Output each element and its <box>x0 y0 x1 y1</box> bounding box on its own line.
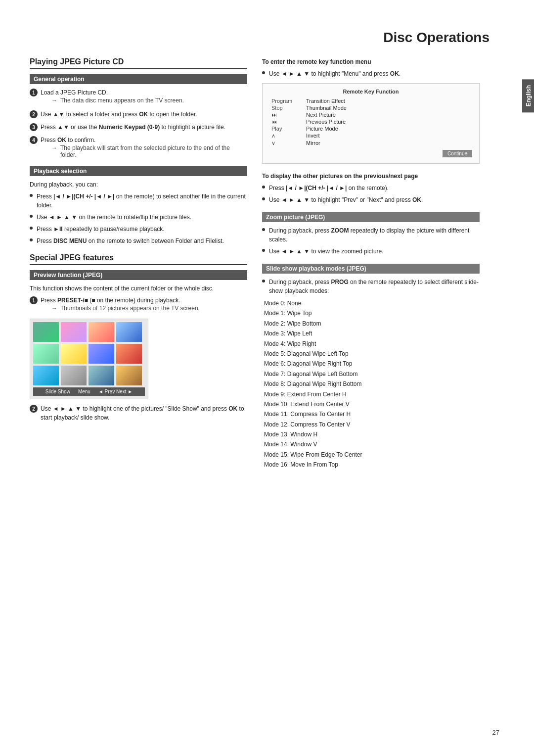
remote-key-instruction: Use ◄ ► ▲ ▼ to highlight "Menu" and pres… <box>262 69 480 78</box>
playback-bullet-1: Press |◄ / ►|(CH +/- |◄ / ►| on the remo… <box>30 192 247 210</box>
playback-selection-bar: Playback selection <box>30 166 247 176</box>
left-column: Playing JPEG Picture CD General operatio… <box>30 57 247 430</box>
func-stop: Thumbnail Mode <box>304 104 472 111</box>
step-4-num: 4 <box>30 136 38 144</box>
preview-step-1-num: 1 <box>30 296 38 304</box>
thumb-8 <box>116 344 142 364</box>
key-up: ∧ <box>269 132 304 140</box>
key-stop: Stop <box>269 104 304 111</box>
remote-table-title: Remote Key Function <box>269 89 472 94</box>
func-invert: Invert <box>304 132 472 140</box>
mode-7: Mode 7: Diagonal Wipe Left Bottom <box>264 369 480 379</box>
thumbnail-grid: Slide Show Menu ◄ Prev Next ► <box>30 319 148 399</box>
table-row: ∨ Mirror <box>269 140 472 147</box>
display-other-section: To display the other pictures on the pre… <box>262 172 480 204</box>
step-3-num: 3 <box>30 123 38 131</box>
preview-description: This function shows the content of the c… <box>30 284 247 293</box>
step-4-text: Press OK to confirm. → The playback will… <box>41 136 247 160</box>
display-other-bullet-1: Press |◄ / ►|(CH +/- |◄ / ►| on the remo… <box>262 184 480 192</box>
preview-step-2-text: Use ◄ ► ▲ ▼ to highlight one of the pict… <box>41 404 247 422</box>
special-jpeg-heading: Special JPEG features <box>30 253 247 265</box>
preview-step-2-num: 2 <box>30 405 38 413</box>
general-operation-bar: General operation <box>30 74 247 84</box>
remote-key-table: Program Transition Effect Stop Thumbnail… <box>269 97 472 147</box>
step-2-text: Use ▲▼ to select a folder and press OK t… <box>41 110 197 119</box>
mode-3: Mode 3: Wipe Left <box>264 329 480 338</box>
step-3-text: Press ▲▼ or use the Numeric Keypad (0-9)… <box>41 123 225 132</box>
preview-function-bar: Preview function (JPEG) <box>30 270 247 280</box>
thumb-1 <box>33 322 59 342</box>
preview-step-2: 2 Use ◄ ► ▲ ▼ to highlight one of the pi… <box>30 404 247 422</box>
mode-0: Mode 0: None <box>264 298 480 308</box>
page-title: Disc Operations <box>30 30 504 46</box>
continue-button[interactable]: Continue <box>443 150 472 157</box>
mode-list: Mode 0: None Mode 1: Wipe Top Mode 2: Wi… <box>264 298 480 470</box>
thumb-nav: Slide Show Menu ◄ Prev Next ► <box>33 387 145 396</box>
func-play: Picture Mode <box>304 125 472 132</box>
remote-key-title: To enter the remote key function menu <box>262 57 480 66</box>
slideshow-intro-item: During playback, press PROG on the remot… <box>262 278 480 295</box>
func-next: Next Picture <box>304 111 472 118</box>
thumb-row-2 <box>33 344 145 364</box>
general-operation: General operation 1 Load a JPEG Picture … <box>30 74 247 160</box>
remote-key-section: To enter the remote key function menu Us… <box>262 57 480 164</box>
table-row: ∧ Invert <box>269 132 472 140</box>
mode-10: Mode 10: Extend From Center V <box>264 399 480 409</box>
thumb-4 <box>116 322 142 342</box>
zoom-picture-bar: Zoom picture (JPEG) <box>262 212 480 222</box>
step-4: 4 Press OK to confirm. → The playback wi… <box>30 136 247 160</box>
thumb-9 <box>33 366 59 385</box>
mode-13: Mode 13: Window H <box>264 429 480 439</box>
key-next: ⏭ <box>269 111 304 118</box>
thumb-10 <box>61 366 87 385</box>
step-1-num: 1 <box>30 89 38 96</box>
right-column: To enter the remote key function menu Us… <box>262 57 480 478</box>
special-jpeg-section: Special JPEG features Preview function (… <box>30 253 247 422</box>
mode-6: Mode 6: Diagonal Wipe Right Top <box>264 359 480 369</box>
mode-11: Mode 11: Compress To Center H <box>264 409 480 419</box>
page-container: English Disc Operations Playing JPEG Pic… <box>0 0 534 756</box>
mode-8: Mode 8: Diagonal Wipe Right Bottom <box>264 379 480 389</box>
key-program: Program <box>269 97 304 104</box>
key-down: ∨ <box>269 140 304 147</box>
step-1-arrow: → The data disc menu appears on the TV s… <box>51 97 184 104</box>
page-number: 27 <box>492 729 499 736</box>
thumb-12 <box>116 366 142 385</box>
mode-15: Mode 15: Wipe From Edge To Center <box>264 450 480 460</box>
slideshow-section: Slide show playback modes (JPEG) During … <box>262 264 480 470</box>
playing-jpeg-section: Playing JPEG Picture CD General operatio… <box>30 57 247 245</box>
step-2-num: 2 <box>30 110 38 118</box>
table-row: Play Picture Mode <box>269 125 472 132</box>
playback-bullet-2: Use ◄ ► ▲ ▼ on the remote to rotate/flip… <box>30 213 247 222</box>
playing-jpeg-heading: Playing JPEG Picture CD <box>30 57 247 69</box>
thumb-3 <box>89 322 114 342</box>
mode-4: Mode 4: Wipe Right <box>264 339 480 349</box>
language-tab: English <box>522 79 534 112</box>
thumb-2 <box>61 322 87 342</box>
thumb-7 <box>89 344 114 364</box>
thumb-nav-menu: Menu <box>78 389 90 394</box>
slideshow-bar: Slide show playback modes (JPEG) <box>262 264 480 274</box>
mode-1: Mode 1: Wipe Top <box>264 308 480 318</box>
thumb-11 <box>89 366 114 385</box>
playback-bullet-4: Press DISC MENU on the remote to switch … <box>30 236 247 245</box>
table-row: Stop Thumbnail Mode <box>269 104 472 111</box>
func-mirror: Mirror <box>304 140 472 147</box>
zoom-bullet-1: During playback, press ZOOM repeatedly t… <box>262 226 480 244</box>
step-1-text: Load a JPEG Picture CD. → The data disc … <box>41 88 184 106</box>
table-row: Program Transition Effect <box>269 97 472 104</box>
mode-2: Mode 2: Wipe Bottom <box>264 319 480 329</box>
func-prev: Previous Picture <box>304 118 472 125</box>
step-1: 1 Load a JPEG Picture CD. → The data dis… <box>30 88 247 106</box>
preview-step-1-text: Press PRESET-/■ (■ on the remote) during… <box>41 296 200 314</box>
key-play: Play <box>269 125 304 132</box>
main-content: Playing JPEG Picture CD General operatio… <box>30 57 504 478</box>
preview-step-1: 1 Press PRESET-/■ (■ on the remote) duri… <box>30 296 247 314</box>
playback-selection: Playback selection During playback, you … <box>30 166 247 245</box>
step-2: 2 Use ▲▼ to select a folder and press OK… <box>30 110 247 119</box>
key-prev: ⏮ <box>269 118 304 125</box>
thumb-6 <box>61 344 87 364</box>
zoom-picture-section: Zoom picture (JPEG) During playback, pre… <box>262 212 480 256</box>
func-program: Transition Effect <box>304 97 472 104</box>
thumb-row-3 <box>33 366 145 385</box>
